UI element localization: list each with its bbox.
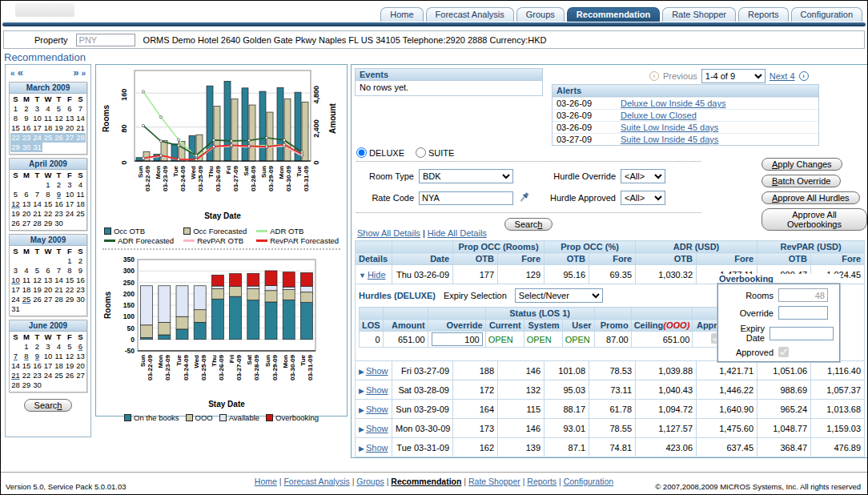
calendar-day[interactable]: 30 [54,219,65,228]
tab-groups[interactable]: Groups [516,7,565,22]
calendar-day[interactable]: 18 [75,199,86,209]
calendar-day[interactable]: 20 [75,361,86,371]
calendar-day[interactable]: 2 [21,104,32,114]
calendar-day[interactable]: 7 [10,352,22,361]
calendar-day[interactable]: 13 [64,114,75,123]
approve-all-overbookings-button[interactable]: Approve All Overbookings [762,208,867,231]
calendar-day[interactable]: 15 [21,361,32,371]
calendar-day[interactable]: 10 [32,114,43,123]
calendar-day[interactable]: 3 [64,180,75,190]
calendar-day[interactable]: 29 [21,380,32,390]
calendar-day[interactable]: 29 [42,219,54,228]
calendar-day[interactable]: 28 [75,133,86,143]
next-page-link[interactable]: Next 4 [770,71,795,81]
calendar-day[interactable]: 14 [32,199,43,209]
calendar-day[interactable]: 28 [32,219,43,228]
next-year-icon[interactable]: » [81,69,86,78]
show-details-link[interactable]: Show [366,385,388,395]
alert-link[interactable]: Deluxe Low Inside 45 days [621,99,725,108]
calendar-day[interactable]: 22 [21,371,32,380]
calendar-day[interactable]: 25 [42,133,54,143]
calendar-day[interactable]: 6 [75,342,86,352]
calendar-day[interactable]: 12 [10,199,22,209]
calendar-day[interactable]: 31 [32,143,43,152]
calendar-day[interactable]: 27 [64,133,75,143]
calendar-day[interactable]: 17 [10,285,22,295]
calendar-day[interactable]: 1 [64,256,75,266]
alert-link[interactable]: Suite Low Inside 45 days [621,135,718,144]
calendar-day[interactable]: 7 [75,104,86,114]
hurdle-approved-select[interactable]: <All> [621,191,665,205]
calendar-day[interactable]: 10 [64,190,75,199]
room-type-select[interactable]: BDK [419,169,513,183]
overbooking-approved-checkbox[interactable] [778,347,789,357]
calendar-day[interactable]: 4 [54,342,65,352]
calendar-day[interactable]: 9 [54,190,65,199]
calendar-day[interactable]: 1 [21,342,32,352]
calendar-day[interactable]: 6 [21,190,32,199]
calendar-day[interactable]: 14 [75,114,86,123]
calendar-day[interactable]: 5 [64,342,75,352]
calendar-day[interactable]: 3 [42,342,54,352]
calendar-day[interactable]: 21 [10,371,22,380]
calendar-day[interactable]: 18 [42,123,54,133]
calendar-day[interactable]: 16 [21,123,32,133]
calendar-day[interactable]: 8 [21,352,32,361]
calendar-day[interactable]: 11 [75,190,86,199]
calendar-day[interactable]: 17 [64,199,75,209]
calendar-day[interactable]: 8 [10,114,22,123]
calendar-day[interactable]: 17 [42,361,54,371]
calendar-day[interactable]: 11 [54,352,65,361]
calendar-day[interactable]: 9 [75,266,86,276]
apply-changes-button[interactable]: Apply Changes [762,158,842,171]
calendar-day[interactable]: 16 [54,199,65,209]
calendar-day[interactable]: 21 [75,123,86,133]
show-details-link[interactable]: Show [366,424,388,433]
calendar-day[interactable]: 9 [32,352,43,361]
alert-link[interactable]: Suite Low Inside 45 days [621,123,718,132]
calendar-day[interactable]: 1 [10,104,22,114]
calendar-day[interactable]: 14 [54,276,65,285]
calendar-day[interactable]: 19 [32,285,43,295]
calendar-day[interactable]: 31 [10,304,22,314]
calendar-day[interactable]: 1 [42,180,54,190]
calendar-day[interactable]: 24 [10,295,22,304]
calendar-day[interactable]: 26 [10,219,22,228]
calendar-day[interactable]: 28 [10,380,22,390]
calendar-day[interactable]: 2 [54,180,65,190]
calendar-day[interactable]: 29 [10,143,22,152]
calendar-day[interactable]: 30 [32,380,43,390]
calendar-day[interactable]: 19 [54,123,65,133]
calendar-day[interactable]: 6 [42,266,54,276]
calendar-day[interactable]: 21 [32,209,43,219]
deluxe-radio-input[interactable] [356,147,367,158]
footer-link-home[interactable]: Home [255,477,277,486]
overbooking-override-input[interactable] [778,306,828,320]
calendar-day[interactable]: 3 [32,104,43,114]
calendar-day[interactable]: 5 [10,190,22,199]
calendar-day[interactable]: 27 [42,295,54,304]
page-range-select[interactable]: 1-4 of 9 [701,69,766,83]
next-month-icon[interactable]: » [73,66,78,78]
calendar-day[interactable]: 23 [21,133,32,143]
calendar-day[interactable]: 15 [10,123,22,133]
overbooking-expiry-input[interactable] [770,327,834,340]
calendar-day[interactable]: 5 [54,104,65,114]
calendar-day[interactable]: 4 [42,104,54,114]
tab-home[interactable]: Home [380,7,423,22]
calendar-day[interactable]: 18 [21,285,32,295]
show-details-link[interactable]: Show [366,404,388,414]
calendar-day[interactable]: 2 [32,342,43,352]
footer-link-reports[interactable]: Reports [527,477,557,486]
calendar-day[interactable]: 7 [54,266,65,276]
calendar-day[interactable]: 22 [42,209,54,219]
calendar-day[interactable]: 23 [75,285,86,295]
calendar-day[interactable]: 4 [21,266,32,276]
calendar-day[interactable]: 29 [64,295,75,304]
calendar-day[interactable]: 8 [42,190,54,199]
calendar-day[interactable]: 7 [32,190,43,199]
calendar-day[interactable]: 15 [42,199,54,209]
tab-configuration[interactable]: Configuration [791,7,862,22]
next-page-icon[interactable]: › [799,71,809,81]
calendar-day[interactable]: 20 [21,209,32,219]
